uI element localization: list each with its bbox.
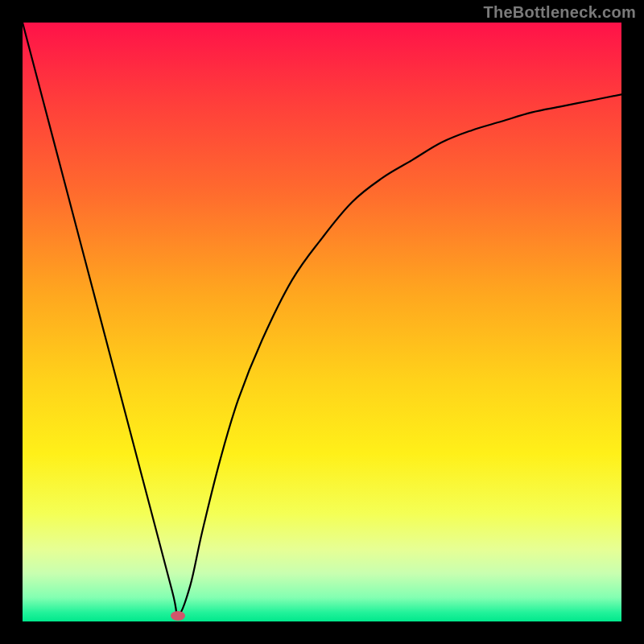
bottleneck-curve-path: [23, 23, 621, 616]
optimum-marker: [171, 611, 185, 621]
chart-frame: TheBottleneck.com: [0, 0, 644, 644]
plot-area: [23, 23, 621, 621]
bottleneck-curve-svg: [23, 23, 621, 621]
watermark-text: TheBottleneck.com: [483, 3, 636, 22]
